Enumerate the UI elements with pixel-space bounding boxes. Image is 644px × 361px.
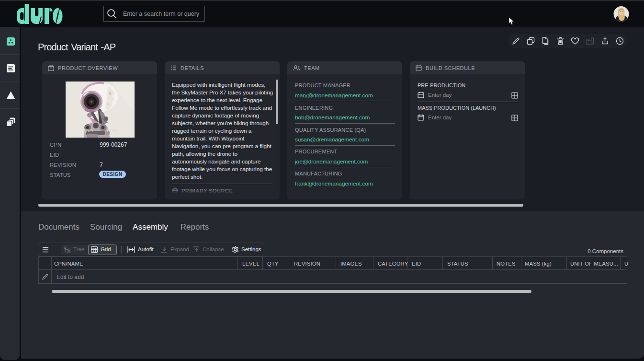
svg-text:[RO: [RO [85, 128, 93, 133]
svg-text:BOT]: BOT] [107, 128, 117, 133]
